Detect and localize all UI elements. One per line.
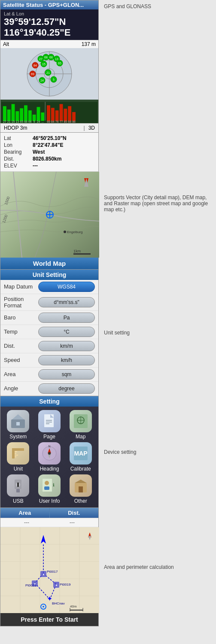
svg-text:13: 13	[16, 120, 19, 123]
unit-setting-panel: Unit Setting Map Datum WGS84 Position Fo…	[0, 270, 99, 396]
device-icon-heading[interactable]: N Heading	[35, 442, 64, 472]
baro-row: Baro Pa	[0, 311, 98, 325]
svg-rect-32	[20, 108, 23, 121]
device-icon-unit[interactable]: Unit	[4, 442, 33, 472]
svg-text:MAP: MAP	[74, 450, 87, 457]
svg-rect-78	[44, 414, 54, 427]
alt-value: 137 m	[82, 41, 96, 47]
elev-value: ---	[33, 163, 95, 169]
svg-rect-87	[12, 448, 15, 459]
svg-text:...: ...	[41, 120, 44, 123]
svg-text:77: 77	[60, 120, 63, 123]
svg-text:86: 86	[72, 120, 76, 123]
svg-text:69: 69	[31, 73, 34, 76]
svg-rect-140	[70, 610, 83, 611]
svg-marker-108	[75, 480, 87, 483]
dist-button[interactable]: km/m	[38, 341, 95, 351]
altitude-row: Alt 137 m	[0, 40, 98, 48]
area-header-area: Area	[0, 508, 49, 518]
device-setting-title: Setting	[0, 396, 98, 407]
device-icon-calibrate[interactable]: MAP Calibrate	[66, 442, 95, 472]
svg-rect-30	[12, 104, 15, 121]
speed-button[interactable]: km/h	[38, 355, 95, 365]
svg-text:84: 84	[51, 120, 55, 123]
map-datum-button[interactable]: WGS84	[38, 282, 95, 292]
device-icon-userinfo[interactable]: ℹ User Info	[35, 474, 64, 504]
svg-marker-76	[12, 414, 24, 419]
device-icon-other[interactable]: Other	[66, 474, 95, 504]
heading-label: Heading	[40, 466, 59, 472]
alt-label: Alt	[3, 41, 82, 47]
svg-rect-73	[73, 253, 91, 255]
fix-type: 3D	[88, 125, 95, 131]
svg-text:15: 15	[42, 63, 46, 66]
unit-setting-title: Unit Setting	[0, 270, 98, 280]
svg-point-64	[64, 231, 66, 233]
map-annotation: Supports Vector (City detail map), DEM m…	[99, 133, 216, 270]
svg-rect-42	[64, 109, 67, 121]
svg-text:27: 27	[3, 120, 6, 123]
press-enter-button[interactable]: Press Enter To Start	[0, 613, 98, 626]
device-setting-annotation: Device setting	[99, 396, 216, 508]
latitude-display: 39°59'12.57"N	[4, 16, 95, 27]
area-value-display: ---	[4, 519, 49, 526]
bearing-label: Bearing	[4, 149, 32, 155]
svg-text:84: 84	[33, 64, 37, 67]
svg-text:Engelburg: Engelburg	[67, 230, 82, 234]
baro-button[interactable]: Pa	[38, 313, 95, 323]
svg-text:65: 65	[58, 62, 61, 65]
radar-svg: 27 68 66 13 65 15 21 5 24	[26, 50, 73, 97]
svg-text:Pt0019: Pt0019	[60, 583, 71, 586]
dist-unit-label: Dist.	[4, 343, 38, 349]
svg-text:27: 27	[39, 58, 43, 61]
dist-label: Dist.	[4, 156, 32, 162]
svg-text:85: 85	[64, 120, 67, 123]
signal-bars: 27 21 15 13 65 68 66 5 24 ... 69 84 76 7…	[0, 100, 98, 123]
position-format-button[interactable]: d°mm'ss.s"	[38, 297, 95, 307]
svg-text:24: 24	[37, 120, 40, 123]
page-label: Page	[43, 434, 55, 440]
svg-rect-77	[16, 422, 20, 425]
angle-button[interactable]: degree	[38, 383, 95, 394]
svg-text:Pt0017: Pt0017	[47, 570, 58, 574]
satellite-coords: Lat & Lon 39°59'12.57"N 116°19'40.25"E	[0, 9, 98, 40]
device-setting-panel: Setting System	[0, 396, 99, 508]
svg-text:N: N	[48, 445, 50, 448]
svg-text:1km: 1km	[73, 249, 81, 253]
svg-rect-34	[28, 110, 32, 121]
temp-row: Temp °C	[0, 325, 98, 339]
position-format-label: Position Format	[4, 296, 38, 309]
area-map[interactable]: ✦ Pt0017 ✦ Pt0021 ✦ Pt0019 ✦ BHCnav	[0, 527, 99, 613]
map-info-table: Lat 46°50'25.10"N Lon 8°22'47.84"E Beari…	[0, 133, 98, 172]
temp-button[interactable]: °C	[38, 327, 95, 337]
device-icon-system[interactable]: System	[4, 410, 33, 440]
svg-rect-43	[68, 106, 71, 121]
svg-text:65: 65	[20, 120, 23, 123]
angle-row: Angle degree	[0, 382, 98, 396]
satellite-annotation: GPS and GLONASS	[99, 0, 216, 133]
hdop-label: HDOP 3m	[4, 125, 80, 131]
svg-rect-28	[3, 106, 6, 121]
svg-rect-44	[72, 112, 76, 121]
svg-rect-105	[44, 486, 49, 490]
device-icon-page[interactable]: Page	[35, 410, 64, 440]
lon-label: Lon	[4, 142, 32, 148]
svg-rect-36	[37, 107, 40, 121]
map-datum-row: Map Datum WGS84	[0, 280, 98, 294]
device-icon-map[interactable]: Map	[66, 410, 95, 440]
svg-text:5: 5	[53, 78, 55, 81]
area-unit-button[interactable]: sqm	[38, 369, 95, 380]
lat-label: Lat	[4, 135, 32, 141]
map-image[interactable]: Engelburg 1500 1200 1km	[0, 172, 99, 258]
lon-value: 8°22'47.84"E	[33, 142, 95, 148]
svg-text:5: 5	[33, 120, 35, 123]
svg-text:66: 66	[28, 120, 32, 123]
device-icon-usb[interactable]: USB	[4, 474, 33, 504]
other-icon	[70, 474, 92, 497]
satellite-radar: 27 68 66 13 65 15 21 5 24	[0, 48, 98, 100]
lat-lon-label: Lat & Lon	[4, 11, 95, 16]
unit-setting-annotation: Unit setting	[99, 270, 216, 396]
svg-rect-38	[47, 105, 50, 121]
svg-rect-40	[55, 110, 59, 121]
svg-rect-100	[16, 489, 20, 492]
